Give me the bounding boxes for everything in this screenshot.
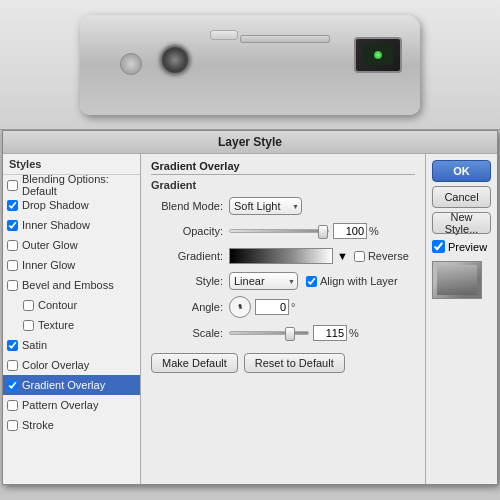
reset-to-default-button[interactable]: Reset to Default bbox=[244, 353, 345, 373]
section-title: Gradient Overlay bbox=[151, 160, 415, 175]
satin-label: Satin bbox=[22, 339, 47, 351]
sidebar-item-blending-options[interactable]: Blending Options: Default bbox=[3, 175, 140, 195]
reverse-label: Reverse bbox=[368, 250, 409, 262]
dialog-titlebar: Layer Style bbox=[3, 131, 497, 154]
sidebar-item-gradient-overlay[interactable]: Gradient Overlay bbox=[3, 375, 140, 395]
camera-preview bbox=[0, 0, 500, 130]
preview-thumb-inner bbox=[437, 265, 477, 295]
pattern-overlay-label: Pattern Overlay bbox=[22, 399, 98, 411]
layer-style-dialog: Layer Style Styles Blending Options: Def… bbox=[2, 130, 498, 485]
align-with-layer-text: Align with Layer bbox=[320, 275, 398, 287]
scale-slider-track[interactable] bbox=[229, 331, 309, 335]
camera-dial bbox=[120, 53, 142, 75]
ok-button[interactable]: OK bbox=[432, 160, 491, 182]
gradient-arrow: ▼ bbox=[337, 250, 348, 262]
inner-glow-checkbox[interactable] bbox=[7, 260, 18, 271]
sidebar-item-inner-glow[interactable]: Inner Glow bbox=[3, 255, 140, 275]
blending-options-label: Blending Options: Default bbox=[22, 173, 136, 197]
preview-row: Preview bbox=[432, 240, 491, 253]
inner-shadow-checkbox[interactable] bbox=[7, 220, 18, 231]
camera-body bbox=[80, 15, 420, 115]
blend-mode-row: Blend Mode: Soft Light Normal Multiply S… bbox=[151, 196, 415, 216]
sidebar-item-color-overlay[interactable]: Color Overlay bbox=[3, 355, 140, 375]
camera-flash bbox=[210, 30, 238, 40]
blend-mode-label: Blend Mode: bbox=[151, 200, 229, 212]
gradient-row: Gradient: ▼ Reverse bbox=[151, 246, 415, 266]
blend-mode-select[interactable]: Soft Light Normal Multiply Screen Overla… bbox=[229, 197, 302, 215]
sidebar-item-bevel-emboss[interactable]: Bevel and Emboss bbox=[3, 275, 140, 295]
preview-thumbnail bbox=[432, 261, 482, 299]
inner-glow-label: Inner Glow bbox=[22, 259, 75, 271]
opacity-slider-thumb[interactable] bbox=[318, 225, 328, 239]
texture-checkbox[interactable] bbox=[23, 320, 34, 331]
right-panel: OK Cancel New Style... Preview bbox=[425, 154, 497, 484]
scale-unit: % bbox=[349, 327, 359, 339]
angle-indicator bbox=[239, 304, 242, 307]
subsection-title: Gradient bbox=[151, 179, 415, 191]
preview-label: Preview bbox=[448, 241, 487, 253]
reverse-checkbox[interactable] bbox=[354, 251, 365, 262]
scale-label: Scale: bbox=[151, 327, 229, 339]
sidebar-item-texture[interactable]: Texture bbox=[3, 315, 140, 335]
gradient-overlay-checkbox[interactable] bbox=[7, 380, 18, 391]
scale-row: Scale: % bbox=[151, 323, 415, 343]
camera-lens bbox=[160, 45, 190, 75]
viewfinder-inner bbox=[363, 45, 393, 65]
outer-glow-checkbox[interactable] bbox=[7, 240, 18, 251]
angle-label: Angle: bbox=[151, 301, 229, 313]
contour-label: Contour bbox=[38, 299, 77, 311]
camera-viewfinder bbox=[354, 37, 402, 73]
new-style-button[interactable]: New Style... bbox=[432, 212, 491, 234]
style-row: Style: Linear Radial Angle Reflected Dia… bbox=[151, 271, 415, 291]
styles-panel-title: Styles bbox=[3, 154, 140, 175]
opacity-label: Opacity: bbox=[151, 225, 229, 237]
sidebar-item-contour[interactable]: Contour bbox=[3, 295, 140, 315]
drop-shadow-checkbox[interactable] bbox=[7, 200, 18, 211]
color-overlay-label: Color Overlay bbox=[22, 359, 89, 371]
camera-top-strip bbox=[240, 35, 330, 43]
drop-shadow-label: Drop Shadow bbox=[22, 199, 89, 211]
sidebar-item-drop-shadow[interactable]: Drop Shadow bbox=[3, 195, 140, 215]
opacity-row: Opacity: % bbox=[151, 221, 415, 241]
inner-shadow-label: Inner Shadow bbox=[22, 219, 90, 231]
sidebar-item-inner-shadow[interactable]: Inner Shadow bbox=[3, 215, 140, 235]
texture-label: Texture bbox=[38, 319, 74, 331]
color-overlay-checkbox[interactable] bbox=[7, 360, 18, 371]
align-with-layer-checkbox[interactable] bbox=[306, 276, 317, 287]
style-label: Style: bbox=[151, 275, 229, 287]
style-select[interactable]: Linear Radial Angle Reflected Diamond bbox=[229, 272, 298, 290]
align-with-layer-label[interactable]: Align with Layer bbox=[306, 275, 398, 287]
gradient-overlay-label: Gradient Overlay bbox=[22, 379, 105, 391]
angle-widget[interactable] bbox=[229, 296, 251, 318]
scale-value[interactable] bbox=[313, 325, 347, 341]
gradient-preview[interactable] bbox=[229, 248, 333, 264]
viewfinder-dot bbox=[374, 51, 382, 59]
preview-checkbox[interactable] bbox=[432, 240, 445, 253]
make-default-button[interactable]: Make Default bbox=[151, 353, 238, 373]
sidebar-item-outer-glow[interactable]: Outer Glow bbox=[3, 235, 140, 255]
bevel-emboss-label: Bevel and Emboss bbox=[22, 279, 114, 291]
sidebar-item-satin[interactable]: Satin bbox=[3, 335, 140, 355]
dialog-title: Layer Style bbox=[218, 135, 282, 149]
angle-value[interactable] bbox=[255, 299, 289, 315]
blending-options-checkbox[interactable] bbox=[7, 180, 18, 191]
reverse-checkbox-label[interactable]: Reverse bbox=[354, 250, 409, 262]
dialog-body: Styles Blending Options: Default Drop Sh… bbox=[3, 154, 497, 484]
satin-checkbox[interactable] bbox=[7, 340, 18, 351]
angle-row: Angle: ° bbox=[151, 296, 415, 318]
contour-checkbox[interactable] bbox=[23, 300, 34, 311]
opacity-slider-track[interactable] bbox=[229, 229, 329, 233]
pattern-overlay-checkbox[interactable] bbox=[7, 400, 18, 411]
bevel-emboss-checkbox[interactable] bbox=[7, 280, 18, 291]
cancel-button[interactable]: Cancel bbox=[432, 186, 491, 208]
styles-panel: Styles Blending Options: Default Drop Sh… bbox=[3, 154, 141, 484]
sidebar-item-stroke[interactable]: Stroke bbox=[3, 415, 140, 435]
blend-mode-select-wrapper: Soft Light Normal Multiply Screen Overla… bbox=[229, 197, 302, 215]
scale-slider-thumb[interactable] bbox=[285, 327, 295, 341]
opacity-unit: % bbox=[369, 225, 379, 237]
stroke-checkbox[interactable] bbox=[7, 420, 18, 431]
outer-glow-label: Outer Glow bbox=[22, 239, 78, 251]
style-select-wrapper: Linear Radial Angle Reflected Diamond bbox=[229, 272, 298, 290]
sidebar-item-pattern-overlay[interactable]: Pattern Overlay bbox=[3, 395, 140, 415]
opacity-value[interactable] bbox=[333, 223, 367, 239]
